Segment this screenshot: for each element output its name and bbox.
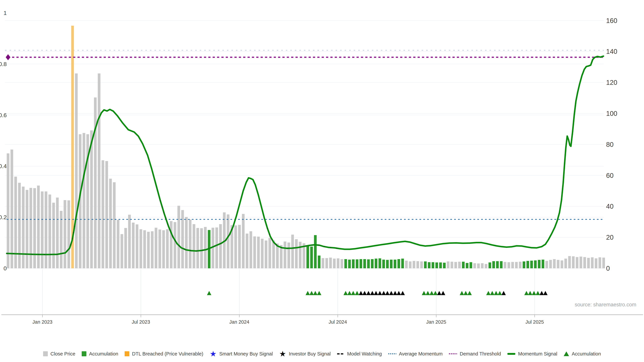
legend-label: Close Price — [50, 351, 75, 357]
close-price-bar — [322, 258, 324, 268]
demand-threshold-dots-icon — [449, 353, 457, 354]
close-price-bar — [10, 149, 13, 268]
legend-label: Accumulation — [572, 351, 601, 357]
accumulation-bar — [382, 260, 385, 268]
close-price-bar — [124, 228, 127, 268]
investor-buy-triangle-icon — [378, 291, 382, 295]
close-price-bar — [568, 256, 571, 268]
accumulation-bar — [530, 261, 533, 268]
close-price-bar — [546, 261, 548, 268]
accumulation-triangle-icon — [355, 291, 359, 295]
close-price-bar — [284, 242, 286, 268]
close-price-bar — [253, 237, 256, 269]
accumulation-bar — [462, 262, 464, 268]
accumulation-bar — [534, 260, 537, 268]
close-price-bar — [82, 133, 85, 268]
accumulation-triangle-icon — [532, 291, 536, 295]
accumulation-bar — [394, 260, 396, 268]
x-axis-tick-label: Jan 2024 — [229, 319, 249, 325]
accumulation-triangle-icon — [347, 291, 352, 295]
investor-buy-triangle-icon — [441, 291, 445, 295]
signal-markers — [207, 291, 548, 295]
close-price-bar — [333, 259, 336, 268]
legend-label: Investor Buy Signal — [289, 351, 331, 357]
right-axis-tick-label: 80 — [606, 141, 614, 148]
close-price-bar — [576, 257, 578, 268]
close-price-bar — [291, 235, 294, 268]
x-axis-tick-label: Jul 2024 — [328, 319, 347, 325]
close-price-bar — [64, 200, 66, 268]
accumulation-bar — [488, 263, 491, 268]
momentum-signal-line-icon — [507, 353, 515, 355]
close-price-bar — [580, 257, 582, 268]
close-price-bar — [587, 258, 590, 268]
accumulation-swatch-icon — [82, 351, 86, 356]
close-price-bar — [250, 231, 252, 268]
left-axis-tick-label: 0.4 — [0, 163, 7, 169]
accumulation-bar — [496, 261, 499, 268]
right-axis-tick-label: 40 — [606, 203, 614, 210]
close-price-bar — [583, 257, 586, 268]
close-price-bar — [557, 260, 560, 268]
close-price-bar — [602, 258, 605, 268]
close-price-bar — [196, 228, 199, 268]
close-price-bar — [30, 188, 32, 268]
accumulation-bar — [360, 259, 362, 268]
close-price-bar — [155, 228, 157, 268]
close-price-bar — [132, 223, 134, 268]
legend-label: Accumulation — [89, 351, 118, 357]
investor-buy-triangle-icon — [543, 291, 548, 295]
close-price-bar — [276, 244, 279, 268]
accumulation-triangle-icon — [317, 291, 321, 295]
accumulation-bar — [439, 263, 442, 268]
legend-label: Momentum Signal — [518, 351, 557, 357]
close-price-bar — [447, 261, 450, 268]
close-price-bar — [94, 97, 96, 268]
investor-buy-triangle-icon — [362, 291, 367, 295]
close-price-bar — [564, 259, 567, 268]
legend: Close PriceAccumulationDTL Breached (Pri… — [0, 350, 644, 358]
right-axis-tick-label: 120 — [606, 79, 617, 86]
accumulation-triangle-icon — [207, 291, 211, 295]
close-price-bar — [113, 182, 116, 268]
accumulation-bar — [443, 263, 446, 268]
close-price-bar — [549, 260, 552, 268]
close-price-bar — [44, 191, 47, 268]
close-price-bar — [458, 262, 461, 268]
close-price-bar — [553, 259, 556, 268]
close-price-bar — [412, 261, 415, 268]
accumulation-triangle-icon — [433, 291, 438, 295]
left-axis-tick-label: 0.6 — [0, 112, 7, 118]
left-axis-tick-label: 0.2 — [0, 214, 7, 220]
right-axis-tick-label: 0 — [606, 265, 610, 272]
accumulation-triangle-icon — [528, 291, 532, 295]
accumulation-bar — [363, 259, 366, 268]
close-price-bar — [219, 224, 222, 268]
accumulation-triangle-icon — [422, 291, 426, 295]
close-price-bar — [52, 203, 55, 268]
investor-buy-triangle-icon — [370, 291, 374, 295]
close-price-bar — [451, 262, 453, 268]
close-price-bar — [136, 224, 138, 268]
close-price-bar — [227, 214, 230, 268]
legend-label: DTL Breached (Price Vulnerable) — [132, 351, 203, 357]
accumulation-bar — [375, 259, 377, 268]
close-price-bar — [109, 179, 112, 268]
left-axis-tick-label: 1 — [4, 10, 7, 16]
average-momentum-dots-icon — [388, 353, 396, 354]
close-price-bar — [90, 130, 93, 268]
dtl-breached-swatch-icon — [124, 351, 129, 356]
left-axis-tick-label: 0.8 — [0, 61, 7, 67]
investor-buy-triangle-icon — [502, 291, 506, 295]
investor-buy-triangle-icon — [359, 291, 363, 295]
investor-buy-triangle-icon — [374, 291, 378, 295]
close-price-bar — [288, 243, 290, 268]
legend-label: Model Watching — [347, 351, 382, 357]
close-price-bar — [174, 222, 176, 268]
accumulation-bar — [318, 256, 320, 268]
close-price-bar — [117, 220, 120, 268]
close-price-bar — [185, 217, 188, 268]
close-price-bar — [261, 239, 264, 268]
close-price-bar — [504, 262, 506, 268]
close-price-bar — [485, 264, 487, 268]
